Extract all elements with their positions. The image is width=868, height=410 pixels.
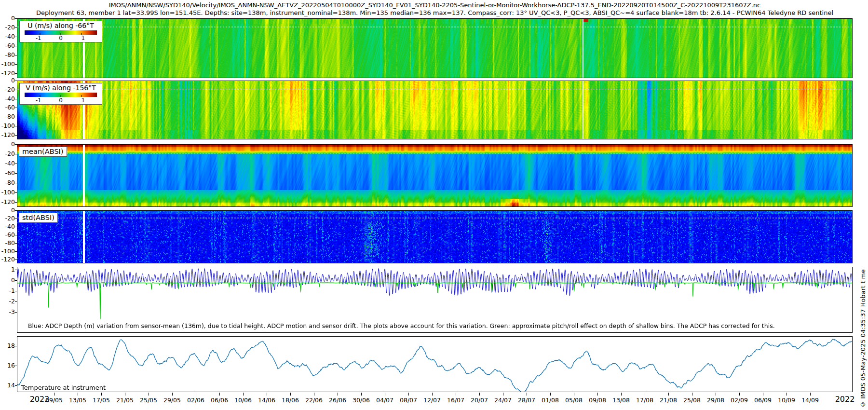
x-tick-label: 06/09 [751, 396, 774, 404]
figure-subtitle: Deployment 63, member 1 lat=33.99S lon=1… [17, 9, 853, 16]
panel-depth-variation: Blue: ADCP Depth (m) variation from sens… [17, 267, 853, 333]
y-tick-mark [15, 346, 17, 346]
x-tick-label: 25/08 [680, 396, 704, 404]
x-tick-label: 05/08 [562, 396, 585, 404]
y-tick-label: -120 [0, 69, 15, 77]
v-velocity-heatmap-canvas [17, 81, 852, 139]
x-tick-label: 01/08 [539, 396, 562, 404]
colorbar-tick-label: 1 [81, 97, 85, 104]
y-tick-mark [15, 192, 17, 193]
y-tick-label: -40 [0, 223, 15, 230]
x-tick-label: 06/06 [208, 396, 231, 404]
colorbar-tick-label: -1 [36, 97, 41, 104]
y-tick-mark [15, 173, 17, 174]
y-tick-label: -60 [0, 169, 15, 177]
x-tick-label: 22/06 [302, 396, 326, 404]
x-tick-label: 13/05 [66, 396, 89, 404]
label-std-absi: std(ABSI) [19, 213, 58, 223]
x-tick-mark [574, 393, 574, 396]
y-tick-label: -100 [0, 122, 15, 129]
y-tick-mark [15, 126, 17, 126]
y-tick-label: -60 [0, 104, 15, 111]
x-tick-mark [125, 393, 125, 396]
y-tick-mark [15, 243, 17, 244]
x-tick-label: 14/06 [255, 396, 278, 404]
y-tick-label: -120 [0, 131, 15, 138]
x-tick-label: 29/08 [704, 396, 727, 404]
x-tick-label: 13/08 [610, 396, 633, 404]
x-tick-mark [456, 393, 456, 396]
y-tick-label: 1 [0, 266, 15, 273]
x-tick-mark [479, 393, 480, 396]
legend-u-title: U (m/s) along -66°T [22, 22, 100, 30]
y-tick-label: -60 [0, 231, 15, 238]
y-tick-mark [15, 219, 17, 219]
x-tick-mark [290, 393, 291, 396]
legend-v-title: V (m/s) along -156°T [22, 84, 100, 92]
colorbar-tick-label: 0 [59, 97, 63, 104]
mean-absi-heatmap-canvas [17, 145, 852, 206]
panel-std-absi: std(ABSI) [17, 210, 853, 263]
x-tick-label: 25/05 [137, 396, 160, 404]
x-tick-mark [196, 393, 196, 396]
panel-v-velocity: V (m/s) along -156°T -1 0 1 [17, 81, 853, 139]
x-tick-label: 28/07 [515, 396, 538, 404]
colorbar-u-gradient [25, 30, 97, 35]
y-tick-label: -20 [0, 150, 15, 157]
x-tick-mark [338, 393, 338, 396]
y-tick-label: 18 [0, 342, 15, 349]
label-mean-absi: mean(ABSI) [19, 147, 67, 157]
x-tick-mark [527, 393, 527, 396]
y-tick-label: -120 [0, 256, 15, 263]
y-tick-label: -40 [0, 95, 15, 102]
x-tick-label: 24/07 [491, 396, 515, 404]
x-tick-label: 21/08 [657, 396, 680, 404]
x-tick-label: 02/09 [728, 396, 751, 404]
colorbar-v-gradient [25, 93, 97, 97]
y-tick-mark [15, 108, 17, 108]
x-tick-label: 17/05 [90, 396, 113, 404]
y-tick-mark [15, 270, 17, 270]
y-tick-mark [15, 260, 17, 260]
y-tick-label: -80 [0, 51, 15, 58]
u-velocity-heatmap-canvas [17, 19, 852, 78]
y-tick-label: -20 [0, 215, 15, 222]
y-tick-label: -100 [0, 60, 15, 68]
y-tick-mark [15, 135, 17, 136]
y-tick-label: -80 [0, 113, 15, 120]
y-tick-mark [15, 18, 17, 19]
y-tick-mark [15, 210, 17, 211]
panel-u-velocity: U (m/s) along -66°T -1 0 1 [17, 18, 853, 78]
x-tick-mark [78, 393, 78, 396]
y-tick-mark [15, 73, 17, 74]
y-tick-mark [15, 202, 17, 203]
x-tick-mark [503, 393, 503, 396]
x-tick-label: 26/06 [326, 396, 349, 404]
x-tick-mark [54, 393, 54, 396]
x-tick-label: 02/06 [184, 396, 207, 404]
y-tick-label: 0 [0, 276, 15, 284]
colorbar-tick-label: 0 [59, 35, 63, 41]
x-tick-label: 09/08 [586, 396, 609, 404]
x-tick-mark [408, 393, 409, 396]
x-tick-mark [645, 393, 645, 396]
x-tick-mark [597, 393, 598, 396]
xaxis-year-right: 2022 [833, 395, 857, 404]
panel-temperature: Temperature at instrument [17, 336, 853, 392]
y-tick-mark [15, 301, 17, 302]
y-tick-mark [15, 117, 17, 117]
y-tick-label: -80 [0, 239, 15, 246]
x-tick-mark [716, 393, 716, 396]
x-tick-mark [739, 393, 740, 396]
x-tick-label: 18/06 [279, 396, 302, 404]
y-tick-mark [15, 99, 17, 99]
legend-u: U (m/s) along -66°T -1 0 1 [19, 21, 102, 42]
x-tick-label: 14/09 [799, 396, 822, 404]
y-tick-mark [15, 81, 17, 81]
x-tick-mark [550, 393, 551, 396]
y-tick-label: 0 [0, 14, 15, 22]
y-tick-mark [15, 312, 17, 313]
temperature-line-canvas [17, 337, 852, 392]
y-tick-label: 0 [0, 206, 15, 214]
x-tick-label: 10/06 [231, 396, 255, 404]
